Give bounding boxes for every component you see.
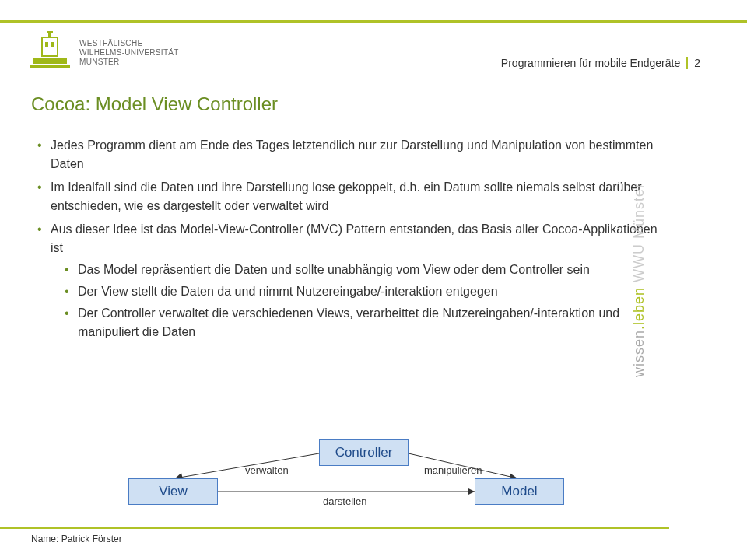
uni-line-2: WILHELMS-UNIVERSITÄT xyxy=(79,48,179,58)
diagram-label-verwalten: verwalten xyxy=(245,464,289,476)
sub-bullet-item: Das Model repräsentiert die Daten und so… xyxy=(58,261,669,279)
diagram-box-controller: Controller xyxy=(319,439,409,466)
side-brand-text: wissen.leben WWU Münster xyxy=(630,183,647,377)
uni-logo-icon xyxy=(28,31,72,75)
divider-icon xyxy=(686,57,688,69)
slide-title: Cocoa: Model View Controller xyxy=(31,93,278,115)
svg-rect-6 xyxy=(47,31,53,33)
svg-rect-3 xyxy=(45,42,48,47)
svg-rect-0 xyxy=(33,58,67,64)
side-part3: WWU Münster xyxy=(630,183,646,287)
footer-line xyxy=(0,527,669,529)
top-border xyxy=(0,20,747,23)
uni-name-text: WESTFÄLISCHE WILHELMS-UNIVERSITÄT MÜNSTE… xyxy=(79,39,179,67)
side-part2: .leben xyxy=(630,287,646,330)
side-part1: wissen xyxy=(630,330,646,377)
svg-rect-1 xyxy=(30,65,70,68)
svg-rect-4 xyxy=(51,42,54,47)
header-course-block: Programmieren für mobile Endgeräte 2 xyxy=(501,57,700,69)
course-title: Programmieren für mobile Endgeräte xyxy=(501,57,680,69)
mvc-diagram: View Controller Model verwalten darstell… xyxy=(113,439,549,513)
page-number: 2 xyxy=(694,57,700,69)
diagram-label-darstellen: darstellen xyxy=(323,495,366,507)
sub-bullet-item: Der Controller verwaltet die verschieden… xyxy=(58,304,669,341)
uni-line-3: MÜNSTER xyxy=(79,58,179,67)
svg-marker-10 xyxy=(468,488,475,495)
content-area: Jedes Programm dient am Ende des Tages l… xyxy=(31,136,669,346)
university-logo-block: WESTFÄLISCHE WILHELMS-UNIVERSITÄT MÜNSTE… xyxy=(28,31,179,75)
diagram-box-model: Model xyxy=(475,478,564,505)
bullet-text: Aus dieser Idee ist das Model-View-Contr… xyxy=(51,222,658,254)
diagram-label-manipulieren: manipulieren xyxy=(424,464,482,476)
footer-author: Name: Patrick Förster xyxy=(31,534,122,544)
svg-rect-2 xyxy=(42,37,58,56)
bullet-item: Im Idealfall sind die Daten und ihre Dar… xyxy=(31,178,669,215)
bullet-item: Jedes Programm dient am Ende des Tages l… xyxy=(31,136,669,173)
diagram-box-view: View xyxy=(128,478,218,505)
uni-line-1: WESTFÄLISCHE xyxy=(79,39,179,48)
sub-bullet-item: Der View stellt die Daten da und nimmt N… xyxy=(58,282,669,301)
bullet-item: Aus dieser Idee ist das Model-View-Contr… xyxy=(31,220,669,341)
